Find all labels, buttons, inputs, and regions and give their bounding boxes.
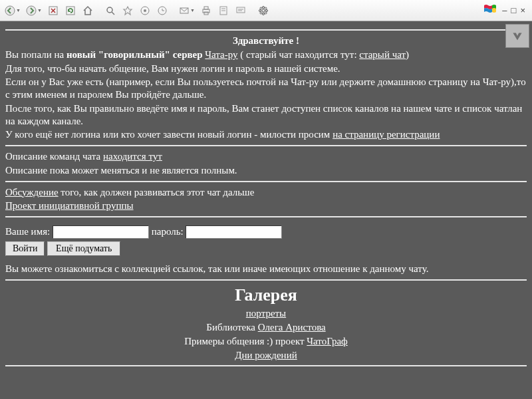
messenger-icon[interactable] [255,3,271,19]
discussion-line: Обсуждение того, как должен развиваться … [5,186,527,199]
old-chat-link[interactable]: старый чат [359,49,406,60]
initiative-link[interactable]: Проект инициативной группы [5,200,134,211]
text: Библиотека [206,322,257,332]
page-content: Здравствуйте ! Вы попали на новый "говор… [0,21,532,399]
svg-point-0 [5,6,15,15]
history-button[interactable] [154,3,170,19]
greeting-heading: Здравствуйте ! [5,35,527,47]
chat-ru-link[interactable]: Чата-ру [205,49,237,60]
svg-point-21 [263,13,265,15]
svg-point-25 [265,7,267,9]
name-input[interactable] [53,225,149,239]
media-button[interactable] [137,3,153,19]
windows-flag-icon [483,3,498,17]
commands-note: Описание пока может меняться и не являет… [5,164,527,177]
forward-button[interactable]: ▼ [24,3,44,19]
browser-toolbar: ▼ ▼ ▼ – □ × [0,0,532,21]
password-label: пароль: [149,226,186,237]
paragraph: Если он у Вас уже есть (например, если В… [5,76,527,101]
favorites-button[interactable] [120,3,136,19]
divider [5,181,527,182]
text: Описание команд чата [5,151,103,162]
paragraph: Для того, что-бы начать общение, Вам нуж… [5,63,527,75]
close-button[interactable]: × [520,5,525,15]
svg-point-1 [27,6,36,15]
paragraph: У кого ещё нет логина или кто хочет заве… [5,128,527,141]
svg-point-27 [265,12,267,14]
intro-line: Вы попали на новый "говорильный" сервер … [5,49,527,61]
svg-point-19 [262,9,265,12]
portraits-link[interactable]: портреты [246,308,286,319]
birthdays-link[interactable]: Дни рождений [235,350,297,360]
svg-line-5 [112,12,114,15]
back-button[interactable]: ▼ [3,3,23,19]
divider [5,29,527,31]
login-button[interactable]: Войти [5,241,45,256]
discuss-button[interactable] [233,3,249,19]
login-button-row: Войти Ещё подумать [5,241,527,256]
print-button[interactable] [198,3,214,19]
svg-point-7 [144,9,146,12]
gallery-title: Галерея [5,285,527,307]
login-form-row: Ваше имя: пароль: [5,225,527,239]
text-bold: новый "говорильный" сервер [66,49,205,60]
svg-rect-11 [204,7,208,9]
text: У кого ещё нет логина или кто хочет заве… [5,129,332,140]
svg-point-4 [107,7,112,13]
mail-button[interactable]: ▼ [177,3,197,19]
text: Примеры общения :) проект [184,336,307,346]
divider [5,216,527,217]
password-input[interactable] [186,225,282,239]
divider [5,145,527,146]
gallery-block: Галерея портреты Библиотека Олега Аристо… [5,285,527,362]
stop-button[interactable] [45,3,61,19]
svg-rect-3 [66,7,74,15]
edit-button[interactable] [215,3,231,19]
cancel-button[interactable]: Ещё подумать [47,241,120,256]
chatograf-link[interactable]: ЧатоГраф [307,336,347,346]
name-label: Ваше имя: [5,226,53,237]
commands-link[interactable]: находится тут [103,151,162,162]
svg-rect-16 [237,7,245,13]
search-button[interactable] [102,3,118,19]
refresh-button[interactable] [63,3,78,19]
minimize-button[interactable]: – [502,5,507,15]
paragraph: После того, как Вы правильно введёте имя… [5,102,527,128]
registration-link[interactable]: на страницу регистрации [332,129,440,140]
text: того, как должен развиваться этот чат да… [59,187,255,198]
svg-point-20 [263,6,265,8]
text: ) [406,49,409,60]
maximize-button[interactable]: □ [511,5,517,15]
divider [5,365,527,366]
svg-point-23 [266,9,268,11]
svg-point-26 [260,12,262,14]
links-note: Вы можете ознакомиться с коллекцией ссыл… [5,263,527,275]
divider [5,279,527,281]
watermark-badge [505,24,529,48]
discussion-link[interactable]: Обсуждение [5,187,59,198]
text: Вы попали на [5,49,66,60]
home-button[interactable] [80,3,96,19]
text: ( старый чат находится тут: [238,49,360,60]
svg-point-24 [260,7,262,9]
svg-point-22 [259,9,261,11]
commands-line: Описание команд чата находится тут [5,150,527,163]
library-link[interactable]: Олега Аристова [258,322,326,332]
initiative-line: Проект инициативной группы [5,200,527,212]
